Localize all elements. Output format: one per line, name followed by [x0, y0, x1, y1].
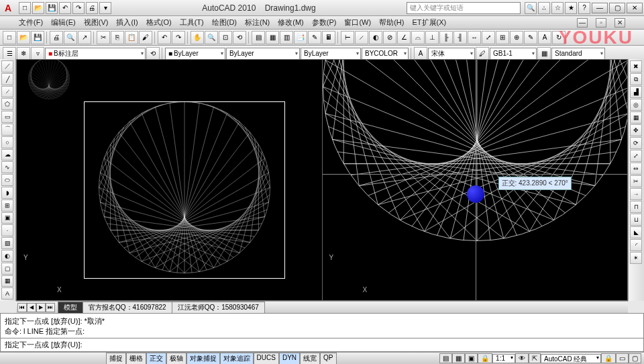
fillet-icon[interactable]: ◜ — [630, 239, 642, 251]
viewport-left[interactable]: X Y — [17, 60, 323, 300]
move-icon[interactable]: ✥ — [630, 124, 642, 136]
menu-parametric[interactable]: 参数(P) — [312, 17, 337, 28]
open-icon[interactable]: 📂 — [32, 2, 44, 14]
pline-icon[interactable]: ⟋ — [1, 86, 13, 98]
menu-tools[interactable]: 工具(T) — [180, 17, 204, 28]
menu-help[interactable]: 帮助(H) — [379, 17, 404, 28]
dimedit-icon[interactable]: ✎ — [524, 31, 537, 44]
status-DUCS[interactable]: DUCS — [254, 353, 279, 365]
layer-filter-button[interactable]: ▿ — [31, 47, 44, 60]
font-combo[interactable]: 宋体 — [428, 48, 475, 60]
menu-file[interactable]: 文件(F) — [19, 17, 43, 28]
save-icon[interactable]: 💾 — [46, 2, 58, 14]
designcenter-button[interactable]: ▦ — [266, 31, 279, 44]
matchprop-button[interactable]: 🖌 — [139, 31, 152, 44]
dim-ordinate-icon[interactable]: ⊥ — [425, 31, 439, 44]
undo-button[interactable]: ↶ — [158, 31, 171, 44]
quickcalc-button[interactable]: 🖩 — [322, 31, 335, 44]
menu-format[interactable]: 格式(O) — [146, 17, 172, 28]
mirror-icon[interactable]: ▟ — [630, 86, 642, 98]
pan-button[interactable]: ✋ — [191, 31, 204, 44]
dim-diameter-icon[interactable]: ⊘ — [383, 31, 396, 44]
workspace-lock-icon[interactable]: 🔒 — [601, 353, 616, 363]
save-button[interactable]: 💾 — [31, 31, 44, 44]
cut-button[interactable]: ✂ — [97, 31, 110, 44]
array-icon[interactable]: ▦ — [630, 111, 642, 124]
join-icon[interactable]: ⊔ — [630, 214, 642, 226]
annotation-scale-combo[interactable]: 1:1 — [492, 354, 515, 363]
workspace-combo[interactable]: AutoCAD 经典 — [541, 354, 601, 363]
command-input-line[interactable]: 指定下一点或 [放弃(U)]: — [5, 340, 639, 350]
redo-icon[interactable]: ↷ — [72, 2, 85, 14]
qat-more-icon[interactable]: ▾ — [99, 2, 111, 14]
status-捕捉[interactable]: 捕捉 — [106, 353, 126, 365]
break-icon[interactable]: ⊓ — [630, 201, 642, 213]
dim-arc-icon[interactable]: ⌓ — [411, 31, 425, 44]
erase-icon[interactable]: ✖ — [630, 60, 642, 73]
block-icon[interactable]: ▣ — [1, 212, 13, 224]
dim-baseline-icon[interactable]: ╟ — [439, 31, 453, 44]
textstyle-combo[interactable]: GB1-1 — [490, 48, 537, 60]
copy-icon[interactable]: ⧉ — [630, 73, 642, 85]
print-icon[interactable]: 🖨 — [86, 2, 98, 14]
favorites-icon[interactable]: ★ — [565, 2, 577, 14]
cleanscreen-icon[interactable]: ▢ — [629, 353, 641, 363]
markup-button[interactable]: ✎ — [308, 31, 321, 44]
close-button[interactable]: ✕ — [627, 3, 643, 13]
tab-first-icon[interactable]: ⏮ — [17, 303, 27, 312]
help-search-input[interactable]: 键入关键字或短语 — [407, 2, 521, 14]
offset-icon[interactable]: ◎ — [630, 99, 642, 111]
dim-aligned-icon[interactable]: ⟋ — [355, 31, 368, 44]
status-DYN[interactable]: DYN — [279, 353, 300, 365]
quickview-drawings[interactable]: ▣ — [465, 353, 478, 363]
rectangle-icon[interactable]: ▭ — [1, 111, 13, 123]
new-button[interactable]: □ — [3, 31, 16, 44]
tablestyle-button[interactable]: ▦ — [537, 47, 551, 60]
properties-button[interactable]: ▤ — [252, 31, 265, 44]
tab-next-icon[interactable]: ▶ — [36, 303, 46, 312]
tab-layout1[interactable]: 官方报名QQ：416097822 — [83, 302, 172, 313]
maximize-button[interactable]: ▢ — [609, 3, 625, 13]
status-极轴[interactable]: 极轴 — [166, 353, 186, 365]
menu-dimension[interactable]: 标注(N) — [245, 17, 270, 28]
open-button[interactable]: 📂 — [17, 31, 30, 44]
layer-previous-button[interactable]: ⟲ — [146, 47, 160, 60]
viewport-right[interactable]: 正交: 423.2890 < 270° X Y — [323, 60, 628, 300]
toolpalettes-button[interactable]: ▥ — [280, 31, 293, 44]
drawing-area[interactable]: X Y 正交: 423.2890 < 270° X — [16, 59, 628, 301]
chamfer-icon[interactable]: ◣ — [630, 226, 642, 238]
point-icon[interactable]: · — [1, 224, 13, 236]
quickview-layouts[interactable]: ▦ — [452, 353, 465, 363]
polygon-icon[interactable]: ⬠ — [1, 98, 13, 110]
commcenter-icon[interactable]: ☆ — [551, 2, 564, 14]
centermark-icon[interactable]: ⊕ — [510, 31, 523, 44]
tab-last-icon[interactable]: ⏭ — [46, 303, 55, 312]
annoautoscale-icon[interactable]: ⇱ — [529, 353, 541, 363]
subscription-icon[interactable]: ⛬ — [538, 2, 550, 14]
tolerance-icon[interactable]: ⊞ — [496, 31, 509, 44]
zoom-window-button[interactable]: ⊡ — [219, 31, 232, 44]
publish-button[interactable]: ↗ — [78, 31, 91, 44]
redo-button[interactable]: ↷ — [172, 31, 185, 44]
textstyle-button[interactable]: A — [414, 47, 427, 60]
menu-view[interactable]: 视图(V) — [84, 17, 109, 28]
arc-icon[interactable]: ⌒ — [1, 124, 13, 136]
dim-space-icon[interactable]: ↔ — [468, 31, 481, 44]
layer-manager-button[interactable]: ☰ — [3, 47, 16, 60]
layer-states-button[interactable]: ❄ — [17, 47, 30, 60]
menu-modify[interactable]: 修改(M) — [278, 17, 304, 28]
command-window[interactable]: 指定下一点或 [放弃(U)]: *取消* 命令: l LINE 指定第一点: 指… — [0, 313, 644, 352]
color-combo[interactable]: ■ ByLayer — [165, 48, 225, 60]
spline-icon[interactable]: ∿ — [1, 161, 13, 173]
help-icon[interactable]: ? — [578, 2, 590, 14]
menu-et[interactable]: ET扩展(X) — [412, 17, 446, 28]
linetype-combo[interactable]: ByLayer — [226, 48, 300, 60]
rotate-icon[interactable]: ⟳ — [630, 137, 642, 149]
line-icon[interactable]: ／ — [1, 60, 13, 73]
annovisibility-icon[interactable]: 👁 — [515, 353, 529, 363]
dimstyle-button[interactable]: 🖊 — [476, 47, 489, 60]
status-栅格[interactable]: 栅格 — [126, 353, 146, 365]
zoom-realtime-button[interactable]: 🔍 — [205, 31, 218, 44]
stretch-icon[interactable]: ⇔ — [630, 163, 642, 175]
ellipsearc-icon[interactable]: ◗ — [1, 187, 13, 199]
